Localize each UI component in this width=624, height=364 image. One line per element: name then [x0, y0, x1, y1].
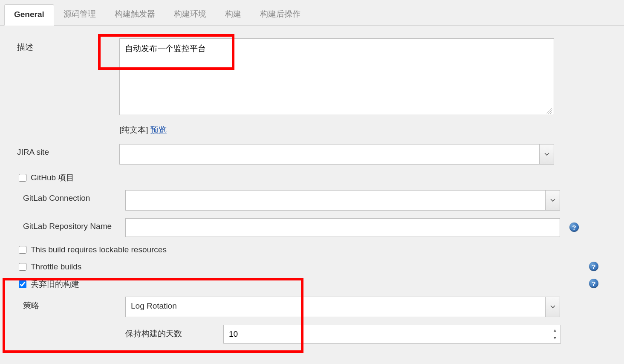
tab-scm[interactable]: 源码管理	[54, 3, 105, 26]
days-to-keep-label: 保持构建的天数	[125, 325, 223, 339]
dropdown-arrow-icon	[545, 191, 560, 210]
preview-link[interactable]: 预览	[150, 125, 167, 134]
tab-build[interactable]: 构建	[216, 3, 251, 26]
spinner-up-icon[interactable]: ▲	[551, 326, 559, 334]
github-project-label: GitHub 项目	[31, 172, 74, 183]
github-project-checkbox[interactable]	[19, 174, 26, 182]
help-icon[interactable]: ?	[589, 279, 598, 288]
description-textarea[interactable]	[119, 38, 554, 115]
tab-postbuild[interactable]: 构建后操作	[251, 3, 310, 26]
description-hint: [纯文本] 预览	[119, 124, 607, 136]
days-to-keep-input[interactable]	[223, 325, 561, 344]
tab-triggers[interactable]: 构建触发器	[105, 3, 165, 26]
gitlab-connection-select[interactable]	[125, 190, 560, 211]
throttle-builds-checkbox[interactable]	[19, 263, 26, 271]
discard-old-builds-label: 丢弃旧的构建	[31, 279, 79, 290]
strategy-select[interactable]: Log Rotation	[125, 297, 560, 317]
strategy-value: Log Rotation	[126, 297, 545, 317]
jira-site-value	[120, 144, 539, 164]
help-icon[interactable]: ?	[589, 262, 598, 271]
tab-env[interactable]: 构建环境	[165, 3, 216, 26]
hint-plaintext: [纯文本]	[119, 125, 150, 134]
gitlab-repo-input[interactable]	[125, 218, 560, 237]
tab-general[interactable]: General	[4, 4, 54, 26]
jira-site-select[interactable]	[119, 144, 554, 165]
number-spinner[interactable]: ▲ ▼	[551, 326, 559, 342]
strategy-label: 策略	[23, 297, 125, 311]
spinner-down-icon[interactable]: ▼	[551, 334, 559, 342]
gitlab-connection-value	[126, 191, 545, 210]
discard-old-builds-checkbox[interactable]	[19, 280, 26, 288]
dropdown-arrow-icon	[545, 297, 560, 317]
description-label: 描述	[17, 38, 119, 53]
config-tabs: General 源码管理 构建触发器 构建环境 构建 构建后操作	[0, 0, 624, 26]
dropdown-arrow-icon	[539, 144, 554, 164]
help-icon[interactable]: ?	[569, 222, 579, 232]
gitlab-repo-label: GitLab Repository Name	[23, 218, 125, 231]
gitlab-connection-label: GitLab Connection	[23, 190, 125, 203]
lockable-resources-label: This build requires lockable resources	[31, 245, 167, 254]
lockable-resources-checkbox[interactable]	[19, 246, 26, 254]
jira-site-label: JIRA site	[17, 144, 119, 157]
throttle-builds-label: Throttle builds	[31, 262, 81, 272]
